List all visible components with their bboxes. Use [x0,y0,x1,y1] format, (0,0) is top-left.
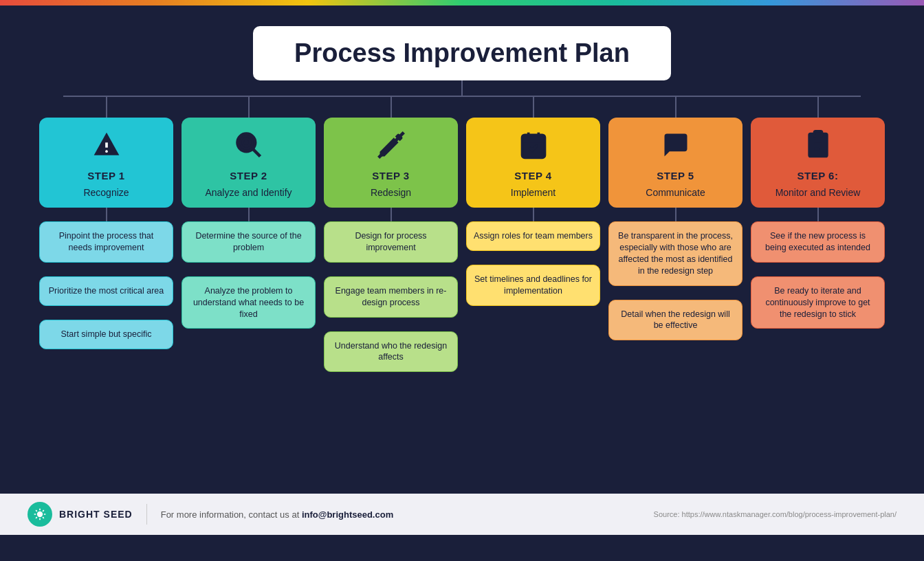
sub-card-step3-2: Understand who the redesign affects [324,331,458,373]
sub-card-step2-1: Analyze the problem to understand what n… [182,276,316,329]
contact-text: For more information, contact us at [161,509,302,520]
svg-point-2 [105,150,108,153]
footer-logo: BRIGHT SEED [28,502,133,527]
step-name-step5: Communicate [646,187,705,198]
sub-card-step2-0: Determine the source of the problem [182,221,316,263]
footer-source: Source: https://www.ntaskmanager.com/blo… [654,510,896,518]
svg-line-4 [252,149,260,157]
calendar-icon [518,130,549,164]
sub-items-step3: Design for process improvementEngage tea… [324,221,458,375]
step-label-step5: STEP 5 [657,170,694,182]
sub-items-step6: See if the new process is being executed… [751,221,885,331]
title-vertical-connector [28,80,896,96]
sub-items-step2: Determine the source of the problemAnaly… [182,221,316,331]
step-card-step4: STEP 4Implement [466,118,600,208]
vertical-connector-step4 [533,97,534,118]
vertical-connector-step5 [675,97,676,118]
sub-items-step1: Pinpoint the process that needs improvem… [39,221,173,352]
step-name-step4: Implement [511,187,556,198]
step-card-step5: STEP 5Communicate [608,118,742,208]
step-label-step1: STEP 1 [87,170,124,182]
clipboard-icon [803,130,833,164]
sub-card-step4-0: Assign roles for team members [466,221,600,251]
svg-rect-15 [814,131,822,136]
step-column-step4: STEP 4ImplementAssign roles for team mem… [466,97,600,309]
page-title: Process Improvement Plan [294,38,630,68]
svg-point-16 [37,512,43,517]
step-column-step5: STEP 5CommunicateBe transparent in the p… [608,97,742,343]
title-container: Process Improvement Plan [28,26,896,80]
step-column-step1: STEP 1RecognizePinpoint the process that… [39,97,173,352]
step-card-step2: STEP 2Analyze and Identify [182,118,316,208]
sub-connector-step5 [675,208,676,221]
step-label-step2: STEP 2 [230,170,267,182]
svg-rect-7 [522,135,544,157]
sub-items-step4: Assign roles for team membersSet timelin… [466,221,600,309]
step-name-step3: Redesign [371,187,411,198]
step-card-step1: STEP 1Recognize [39,118,173,208]
sub-card-step6-0: See if the new process is being executed… [751,221,885,263]
chat-icon [661,130,691,164]
rainbow-bar [0,0,924,6]
steps-row: STEP 1RecognizePinpoint the process that… [28,97,896,375]
sub-card-step5-1: Detail when the redesign will be effecti… [608,300,742,341]
step-label-step6: STEP 6: [798,170,839,182]
contact-email[interactable]: info@brightseed.com [302,509,393,520]
step-name-step1: Recognize [83,187,129,198]
step-column-step2: STEP 2Analyze and IdentifyDetermine the … [182,97,316,331]
footer-divider [146,504,147,525]
sub-card-step5-0: Be transparent in the process, especiall… [608,221,742,286]
step-label-step4: STEP 4 [514,170,551,182]
sub-items-step5: Be transparent in the process, especiall… [608,221,742,343]
step-card-step3: STEP 3Redesign [324,118,458,208]
step-column-step3: STEP 3RedesignDesign for process improve… [324,97,458,375]
title-box: Process Improvement Plan [253,26,671,80]
sub-card-step1-1: Prioritize the most critical area [39,276,173,306]
vertical-connector-step6 [817,97,819,118]
logo-text: BRIGHT SEED [59,509,133,520]
step-name-step6: Monitor and Review [776,187,861,198]
sub-card-step4-1: Set timelines and deadlines for implemen… [466,265,600,306]
logo-icon [28,502,52,527]
sub-card-step1-2: Start simple but specific [39,320,173,349]
sub-connector-step2 [248,208,250,221]
sub-connector-step6 [817,208,819,221]
footer-contact: For more information, contact us at info… [161,509,640,520]
step-label-step3: STEP 3 [372,170,409,182]
vertical-connector-step2 [248,97,250,118]
tools-icon [376,130,406,164]
warning-icon [91,130,122,164]
sub-card-step1-0: Pinpoint the process that needs improvem… [39,221,173,263]
step-column-step6: STEP 6:Monitor and ReviewSee if the new … [751,97,885,331]
sub-connector-step3 [390,208,392,221]
sub-card-step3-0: Design for process improvement [324,221,458,263]
vertical-connector-step1 [106,97,107,118]
sub-connector-step1 [106,208,107,221]
step-card-step6: STEP 6:Monitor and Review [751,118,885,208]
vertical-connector-step3 [390,97,392,118]
footer: BRIGHT SEED For more information, contac… [0,494,924,535]
sub-connector-step4 [533,208,534,221]
sub-card-step3-1: Engage team members in re-design process [324,276,458,318]
main-content: Process Improvement Plan STEP 1Recognize… [0,6,924,494]
sub-card-step6-1: Be ready to iterate and continuously imp… [751,276,885,329]
svg-line-6 [378,133,404,158]
search-icon [234,130,264,164]
svg-point-5 [242,139,250,146]
step-name-step2: Analyze and Identify [205,187,292,198]
